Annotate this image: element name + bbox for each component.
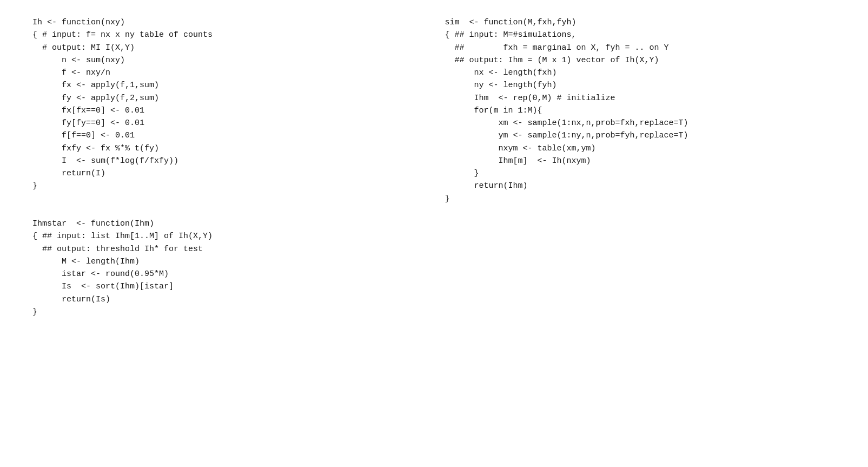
code-line [32, 205, 423, 218]
code-line: Is <- sort(Ihm)[istar] [32, 280, 423, 293]
code-line: ## fxh = marginal on X, fyh = .. on Y [445, 42, 836, 54]
code-line: { ## input: M=#simulations, [445, 29, 836, 41]
code-line: nx <- length(fxh) [445, 67, 836, 79]
code-line: ym <- sample(1:ny,n,prob=fyh,replace=T) [445, 129, 836, 142]
code-line: fxfy <- fx %*% t(fy) [32, 142, 423, 155]
code-line: xm <- sample(1:nx,n,prob=fxh,replace=T) [445, 117, 836, 129]
code-line: I <- sum(f*log(f/fxfy)) [32, 155, 423, 167]
code-line: } [32, 180, 423, 192]
code-line: Ih <- function(nxy) [32, 16, 423, 29]
code-line: n <- sum(nxy) [32, 54, 423, 67]
code-line: # output: MI I(X,Y) [32, 42, 423, 54]
code-line: ## output: Ihm = (M x 1) vector of Ih(X,… [445, 54, 836, 67]
code-line: return(Is) [32, 293, 423, 306]
code-line: Ihmstar <- function(Ihm) [32, 218, 423, 230]
code-line: { # input: f= nx x ny table of counts [32, 29, 423, 41]
code-line: } [445, 167, 836, 180]
right-code-column: sim <- function(M,fxh,fyh){ ## input: M=… [434, 11, 847, 324]
code-line: fy[fy==0] <- 0.01 [32, 117, 423, 129]
left-code-column: Ih <- function(nxy){ # input: f= nx x ny… [22, 11, 434, 324]
code-line: f[f==0] <- 0.01 [32, 129, 423, 142]
code-line: fx[fx==0] <- 0.01 [32, 104, 423, 117]
code-line: istar <- round(0.95*M) [32, 268, 423, 280]
code-line: ny <- length(fyh) [445, 79, 836, 91]
code-line: fy <- apply(f,2,sum) [32, 92, 423, 104]
code-line: for(m in 1:M){ [445, 104, 836, 117]
code-line: } [32, 306, 423, 318]
code-line: ## output: threshold Ih* for test [32, 243, 423, 255]
code-line: return(I) [32, 167, 423, 180]
code-line [32, 193, 423, 205]
code-line: sim <- function(M,fxh,fyh) [445, 16, 836, 29]
code-line: { ## input: list Ihm[1..M] of Ih(X,Y) [32, 230, 423, 242]
code-line: } [445, 193, 836, 205]
code-line: return(Ihm) [445, 180, 836, 192]
code-line: Ihm <- rep(0,M) # initialize [445, 92, 836, 104]
code-line: fx <- apply(f,1,sum) [32, 79, 423, 91]
code-container: Ih <- function(nxy){ # input: f= nx x ny… [22, 11, 846, 324]
code-line: M <- length(Ihm) [32, 255, 423, 268]
code-line: f <- nxy/n [32, 67, 423, 79]
code-line: nxym <- table(xm,ym) [445, 142, 836, 155]
code-line: Ihm[m] <- Ih(nxym) [445, 155, 836, 167]
